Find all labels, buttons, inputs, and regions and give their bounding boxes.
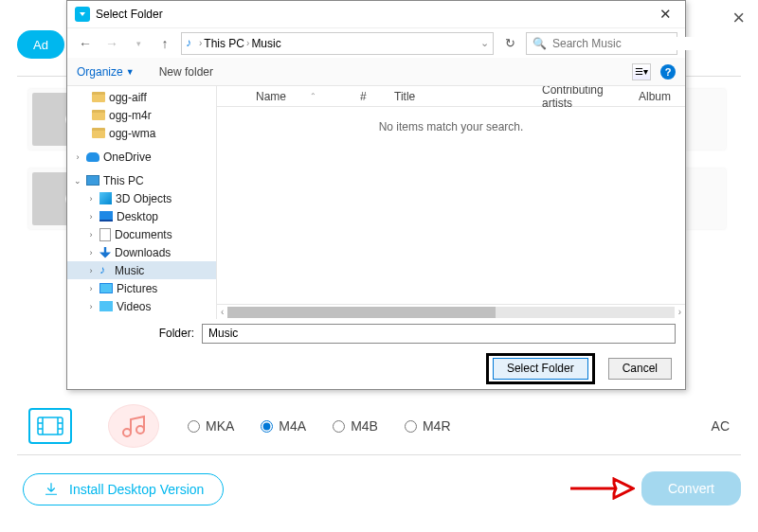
expand-icon: › [73, 152, 82, 162]
folder-label: Folder: [77, 327, 194, 340]
tree-item-videos[interactable]: ›Videos [67, 297, 216, 315]
svg-rect-2 [38, 417, 63, 434]
dialog-buttons: Select Folder Cancel [67, 347, 685, 389]
column-headers[interactable]: Name⌃ # Title Contributing artists Album [217, 86, 685, 107]
format-m4b[interactable]: M4B [333, 418, 378, 434]
breadcrumb-root[interactable]: This PC [204, 37, 244, 50]
format-m4a[interactable]: M4A [261, 418, 306, 434]
col-title: Title [385, 90, 532, 103]
tree-item-ogg-m4r[interactable]: ogg-m4r [67, 106, 216, 124]
music-icon: ♪ [186, 37, 197, 49]
breadcrumb[interactable]: ♪ › This PC › Music ⌄ [181, 32, 494, 55]
view-options-icon[interactable]: ☰▾ [632, 63, 651, 80]
video-format-icon[interactable] [28, 408, 72, 444]
pc-icon [86, 175, 99, 186]
col-album: Album [629, 90, 685, 103]
col-artists: Contributing artists [532, 86, 629, 110]
nav-bar: ← → ▾ ↑ ♪ › This PC › Music ⌄ ↻ 🔍 [67, 27, 685, 58]
red-arrow-annotation [568, 477, 635, 500]
select-folder-highlight: Select Folder [486, 353, 595, 384]
divider [17, 454, 741, 455]
folder-input-row: Folder: [67, 319, 685, 347]
toolbar: Organize▼ New folder ☰▾ ? [67, 58, 685, 86]
file-list: Name⌃ # Title Contributing artists Album… [217, 86, 685, 319]
tree-item-desktop[interactable]: ›Desktop [67, 207, 216, 225]
videos-icon [99, 301, 113, 311]
collapse-icon: ⌄ [73, 176, 82, 186]
tree-item-pictures[interactable]: ›Pictures [67, 279, 216, 297]
3d-icon [99, 192, 112, 204]
folder-icon [92, 128, 105, 138]
audio-format-icon[interactable] [108, 404, 159, 448]
chevron-down-icon: ▼ [126, 67, 135, 77]
forward-icon[interactable]: → [101, 36, 122, 51]
h-scrollbar[interactable]: ‹ › [217, 304, 685, 319]
downloads-icon [99, 247, 111, 258]
scroll-right-icon: › [678, 307, 681, 317]
bg-close-icon[interactable]: × [732, 6, 745, 30]
tree-item-documents[interactable]: ›Documents [67, 225, 216, 243]
search-box[interactable]: 🔍 [526, 32, 677, 55]
tree-item-ogg-aiff[interactable]: ogg-aiff [67, 88, 216, 106]
tree-item-music[interactable]: ›♪Music [67, 261, 216, 279]
cancel-button[interactable]: Cancel [608, 358, 672, 380]
folder-icon [92, 110, 105, 120]
col-num: # [351, 90, 385, 103]
folder-icon [92, 92, 105, 102]
format-ac-label: AC [712, 418, 730, 434]
new-folder-button[interactable]: New folder [159, 65, 213, 79]
tree-item-thispc[interactable]: ⌄This PC [67, 171, 216, 189]
organize-menu[interactable]: Organize▼ [77, 65, 135, 79]
documents-icon [99, 228, 111, 241]
add-button[interactable]: Ad [17, 30, 64, 59]
col-name: Name⌃ [237, 90, 351, 103]
pictures-icon [99, 283, 113, 293]
format-row: MKA M4A M4B M4R AC [28, 398, 730, 454]
sort-asc-icon: ⌃ [300, 92, 327, 100]
desktop-icon [99, 211, 113, 222]
select-folder-dialog: Select Folder ✕ ← → ▾ ↑ ♪ › This PC › Mu… [66, 0, 686, 390]
format-m4r[interactable]: M4R [405, 418, 451, 434]
up-icon[interactable]: ↑ [154, 36, 175, 51]
breadcrumb-current[interactable]: Music [251, 37, 280, 50]
empty-message: No items match your search. [217, 120, 685, 133]
refresh-icon[interactable]: ↻ [499, 36, 520, 50]
install-label: Install Desktop Version [69, 482, 204, 497]
format-mka[interactable]: MKA [188, 418, 234, 434]
tree-item-onedrive[interactable]: ›OneDrive [67, 148, 216, 166]
svg-point-9 [123, 429, 131, 436]
close-icon[interactable]: ✕ [654, 6, 677, 23]
search-icon: 🔍 [532, 37, 547, 50]
folder-input[interactable] [202, 324, 676, 344]
dialog-titlebar: Select Folder ✕ [67, 1, 685, 27]
install-desktop-button[interactable]: Install Desktop Version [23, 473, 224, 505]
svg-marker-12 [614, 479, 633, 498]
back-icon[interactable]: ← [75, 36, 96, 51]
scroll-left-icon: ‹ [221, 307, 224, 317]
chevron-right-icon: › [199, 38, 202, 48]
format-options: MKA M4A M4B M4R [188, 418, 451, 434]
recent-dropdown-icon[interactable]: ▾ [128, 39, 149, 48]
tree-item-ogg-wma[interactable]: ogg-wma [67, 124, 216, 142]
music-icon: ♪ [99, 264, 111, 276]
select-folder-button[interactable]: Select Folder [493, 358, 588, 380]
scrollbar-thumb[interactable] [227, 307, 496, 318]
app-icon [75, 7, 90, 22]
chevron-right-icon: › [246, 38, 249, 48]
search-input[interactable] [552, 37, 695, 50]
download-icon [43, 481, 60, 498]
dialog-title: Select Folder [96, 8, 163, 21]
convert-button[interactable]: Convert [641, 471, 741, 505]
tree-item-downloads[interactable]: ›Downloads [67, 243, 216, 261]
help-icon[interactable]: ? [660, 64, 676, 80]
tree-item-3dobjects[interactable]: ›3D Objects [67, 189, 216, 207]
svg-point-10 [136, 426, 144, 434]
nav-tree[interactable]: ogg-aiff ogg-m4r ogg-wma ›OneDrive ⌄This… [67, 86, 217, 319]
chevron-down-icon[interactable]: ⌄ [480, 37, 489, 49]
onedrive-icon [86, 152, 99, 162]
